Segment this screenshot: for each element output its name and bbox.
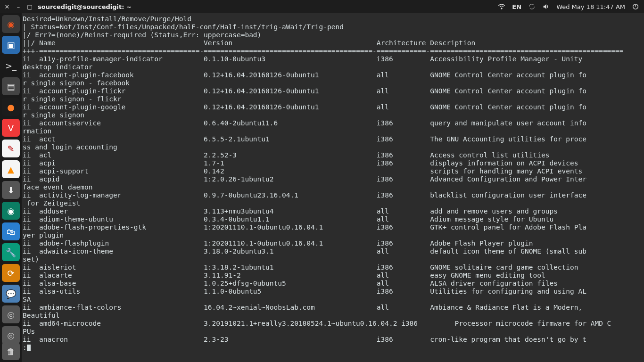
launcher-app-vlc[interactable]: ▲ — [2, 160, 20, 178]
terminal-output[interactable]: Desired=Unknown/Install/Remove/Purge/Hol… — [22, 13, 644, 362]
launcher-app-files[interactable]: ▣ — [2, 36, 20, 54]
pager-prompt[interactable]: : — [23, 344, 27, 351]
launcher-app-sync[interactable]: ⟳ — [2, 264, 20, 282]
window-minimize-icon[interactable]: – — [15, 3, 22, 10]
svg-point-0 — [501, 8, 502, 9]
launcher-app-update[interactable]: 🔧 — [2, 243, 20, 261]
launcher-app-ubuntu[interactable]: ◉ — [2, 15, 20, 33]
volume-icon[interactable] — [542, 3, 550, 10]
top-panel: ✕ – ▢ sourcedigit@sourcedigit: ~ EN Wed … — [0, 0, 644, 13]
power-icon[interactable] — [632, 3, 639, 10]
window-maximize-icon[interactable]: ▢ — [26, 3, 33, 10]
keyboard-indicator[interactable]: EN — [512, 3, 521, 10]
window-close-icon[interactable]: ✕ — [4, 3, 10, 10]
launcher-app-software[interactable]: 🛍 — [2, 222, 20, 240]
launcher-app-firefox[interactable]: ● — [2, 98, 20, 116]
trash-icon[interactable]: 🗑 — [2, 342, 20, 360]
launcher-dock: ◉▣>_▤●V✎▲⬇◉🛍🔧⟳💬◎◎ — [0, 13, 22, 362]
launcher-app-archive[interactable]: ▤ — [2, 77, 20, 95]
launcher-app-disk2[interactable]: ◎ — [2, 326, 20, 344]
launcher-app-chat[interactable]: 💬 — [2, 285, 20, 303]
launcher-app-disk1[interactable]: ◎ — [2, 305, 20, 323]
launcher-app-vivaldi[interactable]: V — [2, 119, 20, 137]
window-title: sourcedigit@sourcedigit: ~ — [38, 3, 132, 10]
wifi-icon[interactable] — [498, 3, 505, 10]
launcher-app-screenshot[interactable]: ◉ — [2, 202, 20, 220]
sync-icon[interactable] — [528, 3, 536, 10]
launcher-app-downloads[interactable]: ⬇ — [2, 181, 20, 199]
clock[interactable]: Wed May 18 11:47 AM — [556, 3, 625, 10]
launcher-app-terminal[interactable]: >_ — [2, 57, 20, 74]
launcher-app-notes[interactable]: ✎ — [2, 140, 20, 157]
cursor — [27, 345, 31, 351]
